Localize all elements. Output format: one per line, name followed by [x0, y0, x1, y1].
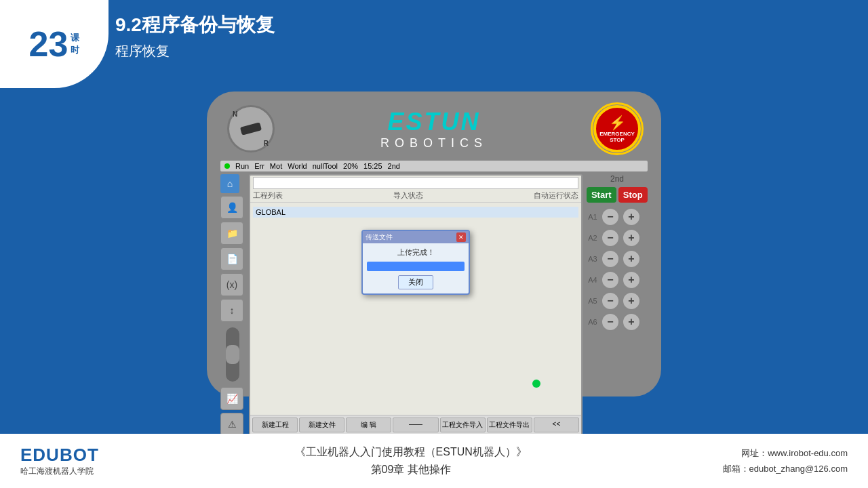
lesson-labels: 课 时 [71, 32, 79, 56]
global-row[interactable]: GLOBAL [253, 207, 578, 218]
panel-body: ⌂ 👤 📁 📄 (x) ↕ [220, 174, 648, 436]
start-stop-buttons: Start Stop [587, 187, 648, 203]
book-title: 《工业机器人入门使用教程（ESTUN机器人）》 [295, 443, 527, 461]
sidebar-warning-icon[interactable]: ⚠ [220, 413, 243, 436]
emergency-stop[interactable]: ⚡ EMERGENCYSTOP [593, 105, 641, 152]
axis-a2-label: A2 [587, 234, 599, 242]
zoom-label: 20% [343, 162, 358, 170]
axis-a3-label: A3 [587, 255, 599, 263]
axis-row-a2: A2 − + [587, 228, 648, 247]
speed-slider[interactable] [226, 327, 239, 382]
axis-a1-minus[interactable]: − [601, 207, 620, 226]
key-switch[interactable]: N R [227, 105, 275, 152]
lesson-badge: 23 课 时 [0, 0, 108, 88]
status-bar: Run Err Mot World nullTool 20% 15:25 2nd [220, 161, 648, 171]
axis-row-a3: A3 − + [587, 249, 648, 268]
screen-bottom-buttons: 新建工程 新建文件 编 辑 —— 工程文件导入 工程文件导出 << [250, 415, 581, 434]
lesson-main-title: 9.2程序备份与恢复 [115, 12, 275, 38]
dialog-message: 上传完成！ [367, 247, 465, 258]
new-file-btn[interactable]: 新建文件 [299, 418, 344, 432]
dialog-close-btn[interactable]: ✕ [456, 232, 466, 242]
lesson-number: 23 [29, 26, 68, 62]
edubot-sub: 哈工海渡机器人学院 [20, 466, 94, 477]
axis-a4-minus[interactable]: − [601, 270, 620, 289]
import-btn[interactable]: 工程文件导入 [440, 418, 486, 432]
sidebar-folder-icon[interactable]: 📁 [220, 222, 243, 245]
separator-btn: —— [393, 418, 438, 432]
auto-run-label: 自动运行状态 [534, 190, 578, 201]
graph-icon: 📈 [226, 393, 238, 404]
program-list-label: 工程列表 [253, 190, 283, 201]
progress-bar-fill [367, 262, 465, 271]
stop-button[interactable]: Stop [618, 187, 648, 203]
progress-bar [367, 262, 465, 271]
dialog-title: 传送文件 [366, 232, 393, 242]
axis-a6-minus[interactable]: − [601, 312, 620, 331]
panel-top: N R ESTUN ROBOTICS ⚡ EMERGENCYSTOP [220, 105, 648, 152]
variable-icon: (x) [226, 279, 237, 290]
lesson-subtitle: 程序恢复 [115, 42, 275, 60]
home-icon-btn[interactable]: ⌂ [220, 174, 239, 193]
bottom-center: 《工业机器人入门使用教程（ESTUN机器人）》 第09章 其他操作 [295, 443, 527, 478]
estun-text: ESTUN [275, 108, 593, 136]
time-label: 15:25 [363, 162, 382, 170]
new-project-btn[interactable]: 新建工程 [252, 418, 298, 432]
sidebar-variable-icon[interactable]: (x) [220, 273, 243, 296]
file-icon: 📄 [226, 253, 238, 264]
mot-label: Mot [270, 162, 282, 170]
key-indicator [240, 122, 262, 135]
axis-a4-plus[interactable]: + [622, 270, 641, 289]
address-text [256, 178, 263, 188]
sidebar-user-icon[interactable]: 👤 [220, 196, 243, 219]
global-label: GLOBAL [256, 208, 285, 216]
user-icon: 👤 [226, 202, 238, 213]
axis-row-a4: A4 − + [587, 270, 648, 289]
axis-a5-plus[interactable]: + [622, 291, 641, 310]
sidebar-graph-icon[interactable]: 📈 [220, 387, 243, 410]
slider-thumb [226, 345, 239, 364]
key-r-label: R [264, 140, 269, 147]
axis-a3-plus[interactable]: + [622, 249, 641, 268]
err-label: Err [254, 162, 264, 170]
mode-label: 2nd [388, 162, 400, 170]
edubot-logo: EDUBOT 哈工海渡机器人学院 [20, 445, 99, 477]
key-n-label: N [233, 110, 237, 118]
dialog-title-bar: 传送文件 ✕ [363, 231, 469, 243]
email-label: 邮箱：edubot_zhang@126.com [723, 461, 848, 476]
address-bar[interactable] [253, 177, 578, 189]
edit-btn[interactable]: 编 辑 [346, 418, 391, 432]
export-btn[interactable]: 工程文件导出 [487, 418, 532, 432]
program-header: 工程列表 导入状态 自动运行状态 [250, 190, 581, 203]
more-btn[interactable]: << [534, 418, 579, 432]
axis-a5-minus[interactable]: − [601, 291, 620, 310]
right-controls: 2nd Start Stop A1 − + A2 − + A3 − + [587, 174, 648, 436]
estop-ring [591, 102, 644, 155]
dialog-close-button[interactable]: 关闭 [398, 275, 433, 289]
lesson-label2: 时 [71, 44, 79, 56]
program-area: GLOBAL 传送文件 ✕ 上传完成！ 关闭 [250, 203, 581, 415]
axis-a1-plus[interactable]: + [622, 207, 641, 226]
sidebar-tool-icon[interactable]: ↕ [220, 299, 243, 322]
robot-panel: N R ESTUN ROBOTICS ⚡ EMERGENCYSTOP Run E… [207, 92, 661, 396]
sidebar-file-icon[interactable]: 📄 [220, 247, 243, 270]
warning-icon: ⚠ [228, 419, 237, 430]
axis-row-a1: A1 − + [587, 207, 648, 226]
upload-dialog: 传送文件 ✕ 上传完成！ 关闭 [361, 230, 470, 295]
lesson-label1: 课 [71, 32, 79, 44]
axis-a6-plus[interactable]: + [622, 312, 641, 331]
axis-a1-label: A1 [587, 213, 599, 221]
axis-a2-minus[interactable]: − [601, 228, 620, 247]
axis-a5-label: A5 [587, 297, 599, 305]
dialog-body: 上传完成！ 关闭 [363, 243, 469, 293]
axis-a2-plus[interactable]: + [622, 228, 641, 247]
bottom-right: 网址：www.irobot-edu.com 邮箱：edubot_zhang@12… [723, 445, 848, 477]
import-status-label: 导入状态 [393, 190, 423, 201]
status-dot-green [532, 380, 540, 388]
edubot-name: EDUBOT [20, 445, 99, 466]
axis-a3-minus[interactable]: − [601, 249, 620, 268]
run-label: Run [235, 162, 249, 170]
axis-row-a5: A5 − + [587, 291, 648, 310]
axis-row-a6: A6 − + [587, 312, 648, 331]
start-button[interactable]: Start [587, 187, 616, 203]
axis-a4-label: A4 [587, 276, 599, 284]
